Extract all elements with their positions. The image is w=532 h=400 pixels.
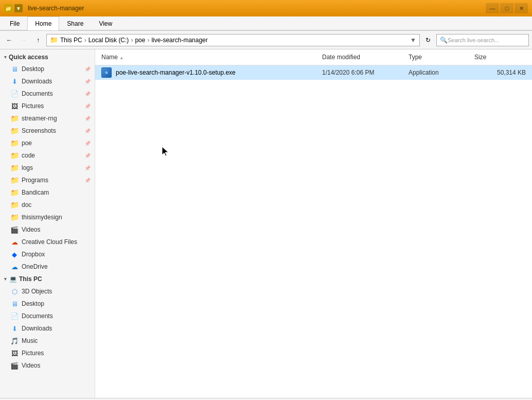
content-area: Name ▲ Date modified Type Size poe-live-… (95, 49, 532, 398)
sidebar-item-label: Downloads (22, 325, 52, 332)
sidebar-item-pc-pictures[interactable]: 🖼 Pictures (0, 347, 95, 359)
sidebar-item-label: Documents (22, 312, 53, 320)
folder-icon: 📁 (10, 139, 19, 147)
maximize-button[interactable]: □ (500, 3, 513, 13)
sidebar-item-label: OneDrive (22, 263, 48, 270)
ribbon-tabs: File Home Share View (0, 16, 532, 30)
sidebar-item-poe[interactable]: 📁 poe 📌 (0, 137, 95, 149)
address-path[interactable]: 📁 This PC › Local Disk (C:) › poe › live… (46, 34, 420, 46)
sidebar-item-dropbox[interactable]: ◆ Dropbox (0, 248, 95, 260)
sidebar-item-label: Bandicam (22, 189, 49, 196)
sidebar-item-label: Videos (22, 362, 40, 369)
tab-share[interactable]: Share (59, 16, 91, 30)
sidebar-item-label: Pictures (22, 350, 44, 357)
path-poe[interactable]: poe (135, 37, 145, 44)
title-bar-icons: 📁 ▼ (4, 4, 23, 12)
sidebar-item-logs[interactable]: 📁 logs 📌 (0, 162, 95, 174)
col-type-label: Type (409, 54, 422, 61)
sidebar-item-3dobjects[interactable]: ⬡ 3D Objects (0, 285, 95, 298)
col-date-label: Date modified (322, 54, 360, 61)
cursor (162, 147, 168, 156)
sidebar-item-streamer-rng[interactable]: 📁 streamer-rng 📌 (0, 112, 95, 125)
table-row[interactable]: poe-live-search-manager-v1.10.0-setup.ex… (95, 65, 532, 80)
close-button[interactable]: ✕ (515, 3, 528, 13)
sidebar-item-onedrive[interactable]: ☁ OneDrive (0, 260, 95, 273)
thispc-header[interactable]: ▾ 💻 This PC (0, 273, 95, 285)
sidebar-item-label: Pictures (22, 102, 44, 110)
search-placeholder: Search live-search... (448, 37, 499, 43)
path-localdisk[interactable]: Local Disk (C:) (88, 37, 129, 44)
sidebar-item-label: poe (22, 140, 32, 147)
folder-icon: 📁 (10, 188, 19, 197)
sidebar-item-bandicam[interactable]: 📁 Bandicam (0, 186, 95, 199)
search-box[interactable]: 🔍 Search live-search... (436, 34, 529, 46)
minimize-button[interactable]: — (486, 3, 499, 13)
sidebar-item-label: Dropbox (22, 251, 45, 258)
path-thispc[interactable]: This PC (60, 37, 82, 44)
sidebar-item-label: code (22, 152, 35, 159)
col-header-name[interactable]: Name ▲ (101, 51, 318, 63)
sidebar-item-code[interactable]: 📁 code 📌 (0, 149, 95, 162)
up-button[interactable]: ↑ (32, 34, 44, 46)
creative-cloud-icon: ☁ (10, 238, 19, 246)
sidebar-item-programs[interactable]: 📁 Programs 📌 (0, 174, 95, 186)
pin-icon: 📌 (84, 91, 91, 97)
refresh-button[interactable]: ↻ (422, 34, 434, 46)
desktop-icon: 🖥 (10, 300, 19, 308)
chevron-icon: ▾ (4, 276, 7, 282)
folder-icon: 📁 (10, 127, 19, 135)
pin-icon: 📌 (84, 165, 91, 171)
sidebar-item-screenshots[interactable]: 📁 Screenshots 📌 (0, 125, 95, 137)
pictures-icon: 🖼 (10, 349, 19, 357)
sidebar-item-videos[interactable]: 🎬 Videos (0, 223, 95, 236)
path-current[interactable]: live-search-manager (151, 37, 207, 44)
downloads-icon: ⬇ (10, 324, 19, 333)
downloads-icon: ⬇ (10, 77, 19, 85)
sidebar-item-label: Desktop (22, 65, 44, 73)
thispc-label: This PC (19, 275, 42, 283)
documents-icon: 📄 (10, 312, 19, 320)
folder-icon: 📁 (10, 176, 19, 184)
main-layout: ▾ Quick access 🖥 Desktop 📌 ⬇ Downloads 📌… (0, 49, 532, 398)
dropbox-icon: ◆ (10, 250, 19, 258)
3dobjects-icon: ⬡ (10, 287, 19, 295)
sidebar-item-doc[interactable]: 📁 doc (0, 199, 95, 211)
col-header-type[interactable]: Type (409, 51, 470, 63)
col-header-size[interactable]: Size (474, 51, 526, 63)
sidebar-item-thisismydesign[interactable]: 📁 thisismydesign (0, 211, 95, 223)
exe-icon (101, 67, 112, 78)
sidebar-item-pc-documents[interactable]: 📄 Documents (0, 310, 95, 322)
sidebar-item-pc-videos[interactable]: 🎬 Videos (0, 359, 95, 372)
forward-button[interactable]: → (17, 34, 30, 46)
sidebar-item-creative-cloud[interactable]: ☁ Creative Cloud Files (0, 236, 95, 248)
sidebar: ▾ Quick access 🖥 Desktop 📌 ⬇ Downloads 📌… (0, 49, 95, 398)
desktop-icon: 🖥 (10, 65, 19, 73)
quick-access-header[interactable]: ▾ Quick access (0, 51, 95, 63)
title-controls[interactable]: — □ ✕ (486, 3, 528, 13)
col-name-label: Name (101, 54, 118, 61)
sidebar-item-label: Downloads (22, 78, 52, 85)
chevron-icon: ▾ (4, 55, 7, 60)
tab-view[interactable]: View (91, 16, 120, 30)
sidebar-item-label: Documents (22, 90, 53, 97)
sidebar-item-pc-desktop[interactable]: 🖥 Desktop (0, 298, 95, 310)
sidebar-item-pc-downloads[interactable]: ⬇ Downloads (0, 322, 95, 335)
sort-arrow-icon: ▲ (119, 56, 123, 60)
pin-icon: 📌 (84, 178, 91, 183)
pin-icon: 📌 (84, 128, 91, 134)
videos-icon: 🎬 (10, 225, 19, 234)
file-date: 1/14/2020 6:06 PM (322, 69, 404, 76)
back-button[interactable]: ← (3, 34, 15, 46)
app-icon: 📁 (4, 4, 12, 12)
sidebar-item-desktop[interactable]: 🖥 Desktop 📌 (0, 63, 95, 75)
col-header-date[interactable]: Date modified (322, 51, 404, 63)
sidebar-item-pictures[interactable]: 🖼 Pictures 📌 (0, 100, 95, 112)
sidebar-item-label: thisismydesign (22, 214, 62, 221)
pin-icon: 📌 (84, 116, 91, 121)
tab-file[interactable]: File (2, 16, 27, 30)
sidebar-item-downloads[interactable]: ⬇ Downloads 📌 (0, 75, 95, 88)
sidebar-item-music[interactable]: 🎵 Music (0, 335, 95, 347)
tab-home[interactable]: Home (27, 16, 59, 30)
sidebar-item-documents[interactable]: 📄 Documents 📌 (0, 88, 95, 100)
col-size-label: Size (474, 54, 486, 61)
